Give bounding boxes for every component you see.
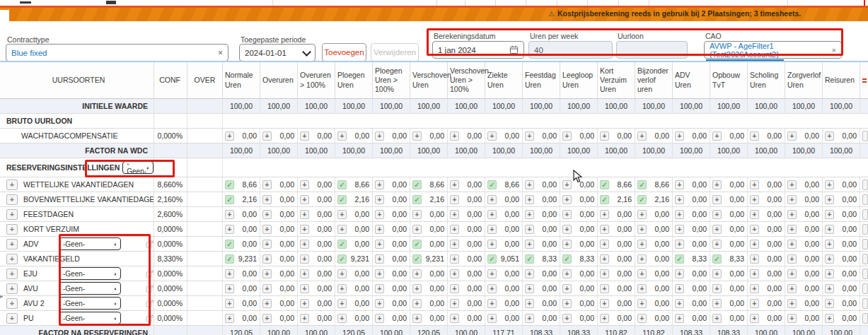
add-value-button-cutoff[interactable] [862,224,868,235]
add-value-button[interactable]: + [450,240,459,249]
add-value-button[interactable]: + [712,240,722,249]
add-value-button[interactable]: + [375,210,384,219]
check-toggle[interactable]: ✓ [337,254,347,264]
add-value-button[interactable]: + [412,299,422,308]
add-value-button[interactable]: + [525,131,534,141]
add-value-button[interactable]: + [637,240,647,249]
expand-row-button[interactable]: + [6,209,18,220]
add-value-button[interactable]: + [300,284,309,293]
add-value-button[interactable]: + [562,314,572,323]
add-value-button[interactable]: + [600,269,609,278]
add-value-button[interactable]: + [825,269,834,278]
add-value-button[interactable]: + [675,269,684,278]
add-value-button[interactable]: + [487,240,497,249]
add-value-button[interactable]: + [300,225,309,234]
add-value-button[interactable]: + [600,240,609,249]
add-value-button[interactable]: + [525,284,534,293]
add-value-button[interactable]: + [337,131,347,141]
add-value-button[interactable]: + [787,269,797,278]
check-toggle[interactable]: ✓ [600,195,609,204]
add-value-button[interactable]: + [525,225,534,234]
add-value-button[interactable]: + [825,314,834,323]
open-settings-icon[interactable] [146,285,154,293]
expand-row-button[interactable]: + [6,283,18,294]
check-toggle[interactable]: ✓ [675,254,684,264]
add-value-button[interactable]: + [675,284,684,293]
add-value-button[interactable]: + [675,225,684,234]
add-value-button[interactable]: + [337,314,347,323]
add-value-button[interactable]: + [825,225,834,234]
add-value-button[interactable]: + [750,314,759,323]
add-value-button[interactable]: + [262,314,272,323]
add-value-button[interactable]: + [375,225,384,234]
add-value-button[interactable]: + [637,254,647,264]
add-value-button[interactable]: + [675,210,684,219]
reservation-scheme-select[interactable]: -Geen-♦ [59,282,121,295]
add-value-button[interactable]: + [825,240,834,249]
remove-cao-icon[interactable]: × [832,46,836,54]
uren-per-week-input[interactable]: 40 [528,41,613,59]
add-value-button[interactable]: + [637,225,647,234]
add-value-button[interactable]: + [637,131,647,141]
add-value-button[interactable]: + [375,299,384,308]
add-value-button[interactable]: + [337,210,347,219]
add-value-button[interactable]: + [562,195,572,204]
add-value-button[interactable]: + [787,180,797,189]
add-value-button[interactable]: + [262,195,272,204]
add-value-button[interactable]: + [225,284,234,293]
add-value-button[interactable]: + [787,240,797,249]
add-value-button[interactable]: + [525,210,534,219]
check-toggle[interactable]: ✓ [412,254,422,264]
check-toggle[interactable]: ✓ [412,180,422,189]
calendar-icon[interactable] [509,45,519,54]
add-value-button[interactable]: + [562,240,572,249]
add-value-button[interactable]: + [525,240,534,249]
add-value-button-cutoff[interactable] [862,254,868,264]
add-value-button[interactable]: + [525,299,534,308]
add-value-button[interactable]: + [750,195,759,204]
add-value-button[interactable]: + [600,131,609,141]
check-toggle[interactable]: ✓ [637,180,647,189]
add-value-button[interactable]: + [750,284,759,293]
add-value-button[interactable]: + [750,180,759,189]
cao-tag[interactable]: AVWP - AgeFilter1 (Test2026Account2) × [704,41,842,59]
open-settings-icon[interactable] [146,270,154,278]
add-value-button[interactable]: + [600,225,609,234]
add-value-button[interactable]: + [637,284,647,293]
add-value-button-cutoff[interactable] [862,269,868,279]
add-value-button[interactable]: + [375,131,384,141]
add-value-button[interactable]: + [825,210,834,219]
add-value-button[interactable]: + [787,254,797,264]
add-value-button[interactable]: + [487,314,497,323]
add-value-button[interactable]: + [562,269,572,278]
check-toggle[interactable]: ✓ [337,240,347,249]
add-value-button[interactable]: + [262,284,272,293]
clear-icon[interactable]: × [218,48,223,58]
expand-row-button[interactable]: + [6,254,18,264]
add-value-button[interactable]: + [637,299,647,308]
check-toggle[interactable]: ✓ [562,254,572,264]
check-toggle[interactable]: ✓ [225,254,234,264]
add-value-button[interactable]: + [412,210,422,219]
add-value-button[interactable]: + [825,254,834,264]
add-value-button[interactable]: + [750,254,759,264]
add-value-button-cutoff[interactable] [862,298,868,309]
add-value-button[interactable]: + [600,314,609,323]
berekeningsdatum-input[interactable]: 1 jan 2024 [432,41,524,59]
add-value-button[interactable]: + [675,195,684,204]
add-value-button[interactable]: + [262,254,272,264]
add-value-button[interactable]: + [225,269,234,278]
add-value-button[interactable]: + [600,254,609,264]
add-value-button[interactable]: + [487,299,497,308]
add-value-button[interactable]: + [450,254,459,264]
add-value-button[interactable]: + [712,269,722,278]
add-value-button-cutoff[interactable] [862,180,868,190]
check-toggle[interactable]: ✓ [412,195,422,204]
check-toggle[interactable]: ✓ [337,180,347,189]
add-value-button[interactable]: + [712,131,722,141]
add-value-button-cutoff[interactable] [862,194,868,205]
add-value-button[interactable]: + [450,225,459,234]
add-value-button[interactable]: + [750,225,759,234]
add-value-button[interactable]: + [337,269,347,278]
reservation-scheme-select[interactable]: -Geen-♦ [59,267,121,280]
